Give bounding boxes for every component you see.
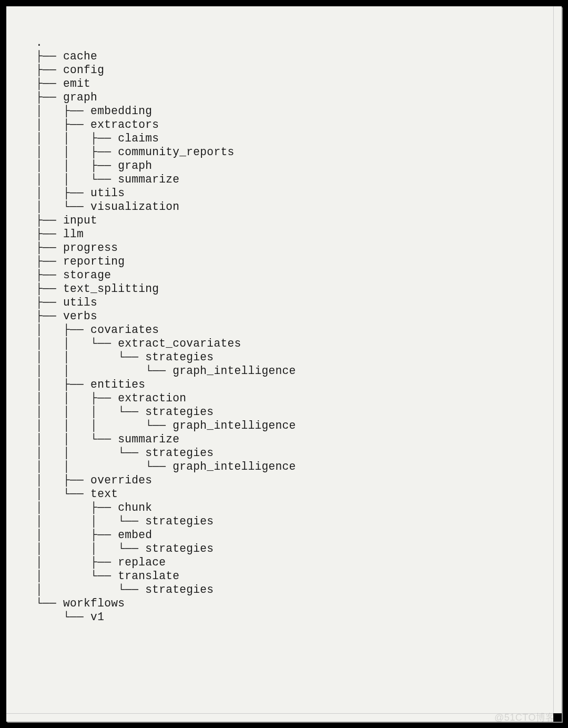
document-page: . ├── cache ├── config ├── emit ├── grap… — [6, 6, 554, 714]
watermark-text: @51CTO博客 — [494, 711, 555, 724]
directory-tree: . ├── cache ├── config ├── emit ├── grap… — [6, 6, 553, 624]
page-shadow: . ├── cache ├── config ├── emit ├── grap… — [6, 6, 562, 722]
